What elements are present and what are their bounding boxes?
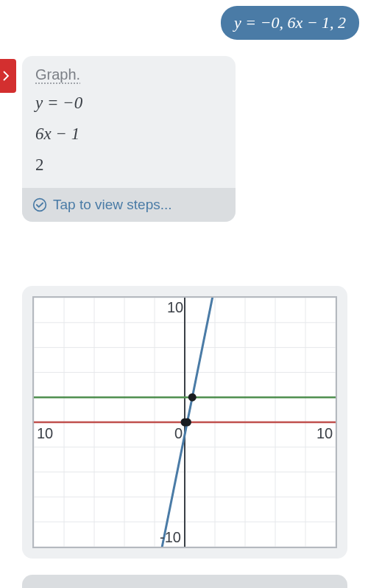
bottom-card-fragment (22, 575, 347, 588)
user-equation: y = −0, 6x − 1, 2 (234, 13, 346, 32)
svg-text:0: 0 (174, 425, 183, 441)
app-icon (0, 59, 16, 93)
svg-text:10: 10 (167, 299, 183, 315)
answer-body: Graph. y = −0 6x − 1 2 (22, 56, 236, 188)
steps-label: Tap to view steps... (53, 197, 172, 213)
view-steps-button[interactable]: Tap to view steps... (22, 188, 236, 222)
svg-point-29 (183, 419, 191, 427)
graph-card[interactable]: 10-1010010 (22, 286, 347, 559)
svg-text:-10: -10 (160, 529, 181, 545)
answer-heading[interactable]: Graph. (35, 66, 80, 83)
user-message-bubble: y = −0, 6x − 1, 2 (221, 6, 359, 40)
app-icon-glyph (2, 65, 14, 87)
math-line-3: 2 (35, 155, 222, 175)
graph-plot[interactable]: 10-1010010 (32, 296, 337, 548)
chart-svg: 10-1010010 (34, 298, 336, 547)
check-circle-icon (32, 197, 47, 212)
math-line-1: y = −0 (35, 94, 222, 113)
svg-text:10: 10 (316, 425, 333, 441)
svg-point-30 (188, 393, 197, 402)
svg-text:10: 10 (37, 425, 53, 441)
math-line-2: 6x − 1 (35, 125, 222, 144)
answer-card: Graph. y = −0 6x − 1 2 Tap to view steps… (22, 56, 236, 222)
svg-point-0 (34, 199, 46, 211)
